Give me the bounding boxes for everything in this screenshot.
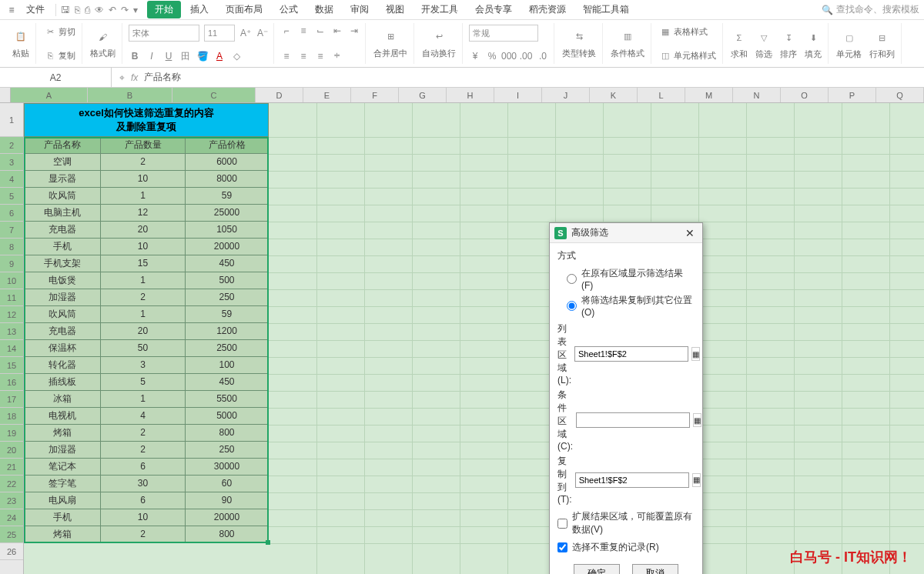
cell-button[interactable]: ▢单元格 — [835, 25, 863, 65]
row-header-26[interactable]: 26 — [0, 543, 23, 560]
data-cell[interactable]: 450 — [186, 255, 269, 272]
data-cell[interactable]: 800 — [186, 526, 269, 543]
align-right-icon[interactable]: ≡ — [314, 50, 326, 62]
dialog-close-button[interactable]: ✕ — [682, 227, 698, 239]
row-header-13[interactable]: 13 — [0, 323, 23, 340]
font-color-icon[interactable]: A — [213, 50, 226, 62]
data-cell[interactable]: 加湿器 — [24, 289, 101, 306]
print-icon[interactable]: ⎙ — [85, 5, 90, 15]
data-cell[interactable]: 吹风筒 — [24, 306, 101, 323]
number-format-select[interactable] — [469, 25, 538, 42]
tab-resource[interactable]: 稻壳资源 — [521, 1, 574, 18]
row-header-4[interactable]: 4 — [0, 171, 23, 188]
data-cell[interactable]: 5 — [101, 374, 186, 391]
file-menu[interactable]: 文件 — [20, 3, 51, 16]
tab-page-layout[interactable]: 页面布局 — [218, 1, 270, 18]
data-cell[interactable]: 电视机 — [24, 408, 101, 425]
radio-copy-to[interactable]: 将筛选结果复制到其它位置(O) — [557, 292, 695, 319]
row-header-10[interactable]: 10 — [0, 272, 23, 289]
data-cell[interactable]: 4 — [101, 408, 186, 425]
data-cell[interactable]: 2 — [101, 526, 186, 543]
data-cell[interactable]: 手机 — [24, 239, 101, 255]
data-cell[interactable]: 电饭煲 — [24, 272, 101, 289]
data-cell[interactable]: 签字笔 — [24, 476, 101, 492]
row-header-15[interactable]: 15 — [0, 357, 23, 374]
preview-icon[interactable]: 👁 — [95, 5, 104, 15]
fill-button[interactable]: ⬇填充 — [803, 25, 823, 65]
col-header-L[interactable]: L — [638, 88, 685, 102]
font-name-select[interactable] — [129, 25, 199, 42]
data-cell[interactable]: 20 — [101, 222, 186, 239]
data-cell[interactable]: 充电器 — [24, 323, 101, 340]
tab-formula[interactable]: 公式 — [272, 1, 306, 18]
data-cell[interactable]: 20000 — [186, 239, 269, 255]
data-cell[interactable]: 100 — [186, 357, 269, 374]
indent-inc-icon[interactable]: ⇥ — [348, 25, 360, 37]
col-header-O[interactable]: O — [781, 88, 829, 102]
align-middle-icon[interactable]: ≡ — [297, 25, 310, 37]
fx-icon[interactable]: fx — [131, 72, 138, 83]
header-cell[interactable]: 产品数量 — [101, 137, 186, 154]
radio-in-place[interactable]: 在原有区域显示筛选结果(F) — [557, 265, 695, 292]
dec-inc-icon[interactable]: .00 — [520, 50, 532, 62]
data-cell[interactable]: 800 — [186, 425, 269, 442]
decrease-font-icon[interactable]: A⁻ — [256, 27, 269, 39]
percent-icon[interactable]: % — [486, 50, 498, 62]
data-cell[interactable]: 烤箱 — [24, 425, 101, 442]
row-header-16[interactable]: 16 — [0, 374, 23, 391]
locate-icon[interactable]: ⌖ — [119, 72, 125, 83]
cell-style-button[interactable]: ◫单元格样式 — [658, 48, 718, 62]
new-icon[interactable]: ⎘ — [75, 5, 80, 15]
data-cell[interactable]: 250 — [186, 289, 269, 306]
data-cell[interactable]: 59 — [186, 306, 269, 323]
data-cell[interactable]: 保温杯 — [24, 340, 101, 357]
data-cell[interactable]: 50 — [101, 340, 186, 357]
row-header-24[interactable]: 24 — [0, 509, 23, 526]
data-cell[interactable]: 20 — [101, 323, 186, 340]
row-header-25[interactable]: 25 — [0, 526, 23, 543]
data-cell[interactable]: 1200 — [186, 323, 269, 340]
criteria-picker-icon[interactable]: ▦ — [693, 413, 701, 427]
col-header-M[interactable]: M — [685, 88, 733, 102]
type-convert-button[interactable]: ⇆类型转换 — [561, 25, 598, 62]
data-cell[interactable]: 手机 — [24, 509, 101, 526]
data-cell[interactable]: 60 — [186, 476, 269, 492]
comma-icon[interactable]: 000 — [503, 50, 515, 62]
data-cell[interactable]: 6 — [101, 492, 186, 509]
sum-button[interactable]: Σ求和 — [729, 25, 749, 65]
data-cell[interactable]: 1 — [101, 306, 186, 323]
col-header-P[interactable]: P — [829, 88, 876, 102]
distribute-icon[interactable]: ⫩ — [331, 50, 343, 62]
copy-to-input[interactable] — [575, 472, 689, 488]
title-cell[interactable]: excel如何快速筛选重复的内容及删除重复项 — [24, 103, 269, 137]
data-cell[interactable]: 59 — [186, 188, 269, 205]
tab-review[interactable]: 审阅 — [343, 1, 377, 18]
data-cell[interactable]: 10 — [101, 171, 186, 188]
row-header-21[interactable]: 21 — [0, 459, 23, 476]
currency-icon[interactable]: ¥ — [469, 50, 481, 62]
fill-color-icon[interactable]: 🪣 — [196, 50, 209, 62]
data-cell[interactable]: 8000 — [186, 171, 269, 188]
col-header-C[interactable]: C — [172, 88, 256, 102]
row-header-11[interactable]: 11 — [0, 289, 23, 306]
list-range-picker-icon[interactable]: ▦ — [691, 347, 700, 361]
data-cell[interactable]: 手机支架 — [24, 255, 101, 272]
data-cell[interactable]: 烤箱 — [24, 526, 101, 543]
row-header-20[interactable]: 20 — [0, 442, 23, 459]
align-top-icon[interactable]: ⌐ — [280, 25, 293, 37]
save-icon[interactable]: 🖫 — [61, 5, 70, 15]
data-cell[interactable]: 插线板 — [24, 374, 101, 391]
name-box[interactable]: A2 — [0, 68, 112, 87]
row-header-18[interactable]: 18 — [0, 408, 23, 425]
row-header-3[interactable]: 3 — [0, 154, 23, 171]
undo-icon[interactable]: ↶ — [109, 5, 116, 15]
data-cell[interactable]: 250 — [186, 442, 269, 459]
row-header-19[interactable]: 19 — [0, 425, 23, 442]
spreadsheet-grid[interactable]: ABCDEFGHIJKLMNOPQ 1234567891011121314151… — [0, 88, 924, 574]
data-cell[interactable]: 15 — [101, 255, 186, 272]
data-cell[interactable]: 6000 — [186, 154, 269, 171]
tab-data[interactable]: 数据 — [307, 1, 341, 18]
data-cell[interactable]: 20000 — [186, 509, 269, 526]
qat-dropdown-icon[interactable]: ▾ — [133, 5, 138, 15]
data-cell[interactable]: 空调 — [24, 154, 101, 171]
